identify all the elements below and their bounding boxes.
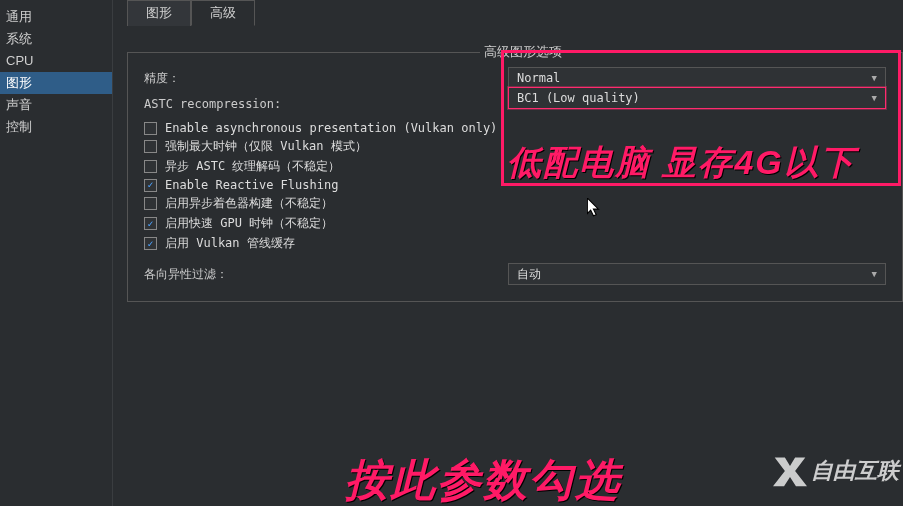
aniso-label: 各向异性过滤： <box>144 266 508 283</box>
sidebar-item-label: CPU <box>6 53 33 68</box>
check-async-shader-build[interactable]: 启用异步着色器构建（不稳定） <box>144 195 886 212</box>
check-fast-gpu-clock[interactable]: 启用快速 GPU 时钟（不稳定） <box>144 215 886 232</box>
sidebar-item-system[interactable]: 系统 <box>0 28 112 50</box>
precision-combo[interactable]: Normal ▼ <box>508 67 886 89</box>
check-label: Enable asynchronous presentation (Vulkan… <box>165 121 497 135</box>
check-label: 启用快速 GPU 时钟（不稳定） <box>165 215 333 232</box>
sidebar: 通用 系统 CPU 图形 声音 控制 <box>0 0 112 506</box>
checkbox[interactable] <box>144 217 157 230</box>
sidebar-item-audio[interactable]: 声音 <box>0 94 112 116</box>
sidebar-item-cpu[interactable]: CPU <box>0 50 112 72</box>
sidebar-item-label: 系统 <box>6 31 32 46</box>
sidebar-item-label: 图形 <box>6 75 32 90</box>
check-vulkan-pipeline-cache[interactable]: 启用 Vulkan 管线缓存 <box>144 235 886 252</box>
annotation-follow-params-text: 按此参数勾选 <box>345 451 621 506</box>
tab-graphics[interactable]: 图形 <box>127 0 191 26</box>
checkbox[interactable] <box>144 122 157 135</box>
sidebar-item-graphics[interactable]: 图形 <box>0 72 112 94</box>
aniso-combo[interactable]: 自动 ▼ <box>508 263 886 285</box>
check-label: 异步 ASTC 纹理解码（不稳定） <box>165 158 340 175</box>
check-label: 启用 Vulkan 管线缓存 <box>165 235 295 252</box>
content: 高级图形选项 精度： Normal ▼ ASTC recompression: … <box>127 24 903 506</box>
watermark-x-icon <box>773 454 807 488</box>
tab-advanced[interactable]: 高级 <box>191 0 255 26</box>
group-title: 高级图形选项 <box>480 43 566 61</box>
astc-recompression-combo[interactable]: BC1 (Low quality) ▼ <box>508 87 886 109</box>
check-label: 启用异步着色器构建（不稳定） <box>165 195 333 212</box>
aniso-value: 自动 <box>517 266 541 283</box>
checkbox[interactable] <box>144 160 157 173</box>
annotation-low-spec-text: 低配电脑 显存4G以下 <box>507 140 856 186</box>
checkbox[interactable] <box>144 197 157 210</box>
tab-label: 图形 <box>146 5 172 20</box>
check-label: 强制最大时钟（仅限 Vulkan 模式） <box>165 138 367 155</box>
sidebar-item-general[interactable]: 通用 <box>0 6 112 28</box>
sidebar-item-controls[interactable]: 控制 <box>0 116 112 138</box>
check-async-presentation[interactable]: Enable asynchronous presentation (Vulkan… <box>144 121 886 135</box>
chevron-down-icon: ▼ <box>872 73 877 83</box>
sidebar-item-label: 控制 <box>6 119 32 134</box>
sidebar-item-label: 声音 <box>6 97 32 112</box>
precision-label: 精度： <box>144 70 508 87</box>
checkbox[interactable] <box>144 237 157 250</box>
sidebar-item-label: 通用 <box>6 9 32 24</box>
main-panel: 图形 高级 高级图形选项 精度： Normal ▼ ASTC recompres… <box>112 0 903 506</box>
tabs: 图形 高级 <box>127 0 903 26</box>
checkbox[interactable] <box>144 140 157 153</box>
chevron-down-icon: ▼ <box>872 93 877 103</box>
tab-label: 高级 <box>210 5 236 20</box>
watermark: 自由互联 <box>773 454 899 488</box>
svg-marker-0 <box>773 457 807 486</box>
watermark-text: 自由互联 <box>811 456 899 486</box>
chevron-down-icon: ▼ <box>872 269 877 279</box>
astc-value: BC1 (Low quality) <box>517 91 640 105</box>
checkbox[interactable] <box>144 179 157 192</box>
check-label: Enable Reactive Flushing <box>165 178 338 192</box>
precision-value: Normal <box>517 71 560 85</box>
